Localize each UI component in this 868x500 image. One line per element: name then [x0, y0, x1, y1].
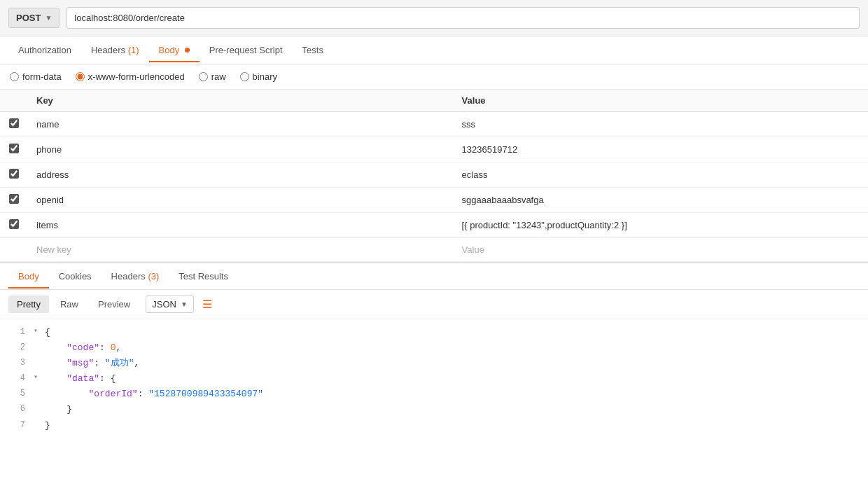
view-raw-button[interactable]: Raw: [52, 296, 87, 313]
json-line-3: 3 "msg": "成功",: [0, 356, 868, 371]
radio-form-data[interactable]: form-data: [10, 71, 62, 82]
table-row: address eclass: [0, 162, 868, 188]
body-dot: [185, 48, 190, 53]
json-viewer: 1 ▾ { 2 "code": 0, 3 "msg": "成功", 4 ▾ "d…: [0, 319, 868, 439]
method-chevron-icon: ▼: [45, 14, 52, 22]
response-tabs: Body Cookies Headers (3) Test Results: [0, 262, 868, 290]
value-cell: [{ productId: "13243",productQuantity:2 …: [454, 213, 868, 238]
row-checkbox-openid[interactable]: [9, 194, 19, 204]
col-check: [0, 90, 28, 112]
method-label: POST: [16, 13, 41, 23]
row-checkbox-items[interactable]: [9, 219, 19, 229]
tab-authorization[interactable]: Authorization: [8, 38, 81, 62]
json-line-2: 2 "code": 0,: [0, 340, 868, 356]
key-cell: name: [28, 112, 454, 137]
json-line-4: 4 ▾ "data": {: [0, 371, 868, 387]
url-input[interactable]: [66, 7, 860, 29]
col-value: Value: [454, 90, 868, 112]
table-row: phone 13236519712: [0, 137, 868, 162]
json-line-7: 7 }: [0, 418, 868, 433]
col-key: Key: [28, 90, 454, 112]
value-cell: eclass: [454, 162, 868, 188]
radio-binary[interactable]: binary: [240, 71, 277, 82]
format-chevron-icon: ▼: [181, 300, 188, 308]
tab-body[interactable]: Body: [149, 38, 200, 62]
json-line-1: 1 ▾ {: [0, 325, 868, 340]
new-key-row: New key Value: [0, 238, 868, 262]
new-value-placeholder[interactable]: Value: [454, 238, 868, 262]
format-selector[interactable]: JSON ▼: [146, 296, 194, 313]
table-row: name sss: [0, 112, 868, 137]
json-line-5: 5 "orderId": "1528700989433354097": [0, 387, 868, 402]
value-cell: sggaaabaaabsvafga: [454, 188, 868, 213]
key-cell: phone: [28, 137, 454, 162]
kv-table: Key Value name sss phone 13236519712 add…: [0, 90, 868, 262]
body-type-row: form-data x-www-form-urlencoded raw bina…: [0, 64, 868, 90]
resp-tab-test-results[interactable]: Test Results: [169, 264, 238, 289]
key-cell: openid: [28, 188, 454, 213]
radio-urlencoded[interactable]: x-www-form-urlencoded: [76, 71, 185, 82]
value-cell: sss: [454, 112, 868, 137]
resp-tab-headers[interactable]: Headers (3): [102, 264, 169, 289]
tab-headers[interactable]: Headers (1): [81, 38, 149, 62]
key-cell: items: [28, 213, 454, 238]
row-checkbox-address[interactable]: [9, 169, 19, 179]
table-row: openid sggaaabaaabsvafga: [0, 188, 868, 213]
request-tabs: Authorization Headers (1) Body Pre-reque…: [0, 36, 868, 64]
method-selector[interactable]: POST ▼: [8, 8, 59, 28]
resp-toolbar: Pretty Raw Preview JSON ▼ ☰: [0, 290, 868, 319]
value-cell: 13236519712: [454, 137, 868, 162]
resp-tab-body[interactable]: Body: [8, 264, 49, 289]
radio-raw[interactable]: raw: [199, 71, 226, 82]
json-line-6: 6 }: [0, 402, 868, 417]
tab-tests[interactable]: Tests: [293, 38, 333, 62]
resp-tab-cookies[interactable]: Cookies: [49, 264, 102, 289]
table-row: items [{ productId: "13243",productQuant…: [0, 213, 868, 238]
url-bar: POST ▼: [0, 0, 868, 36]
tab-prerequest[interactable]: Pre-request Script: [200, 38, 293, 62]
row-checkbox-phone[interactable]: [9, 144, 19, 153]
view-pretty-button[interactable]: Pretty: [8, 296, 49, 313]
wrap-icon[interactable]: ☰: [202, 298, 212, 311]
view-preview-button[interactable]: Preview: [90, 296, 139, 313]
new-key-placeholder[interactable]: New key: [28, 238, 454, 262]
row-checkbox-name[interactable]: [9, 118, 19, 128]
key-cell: address: [28, 162, 454, 188]
